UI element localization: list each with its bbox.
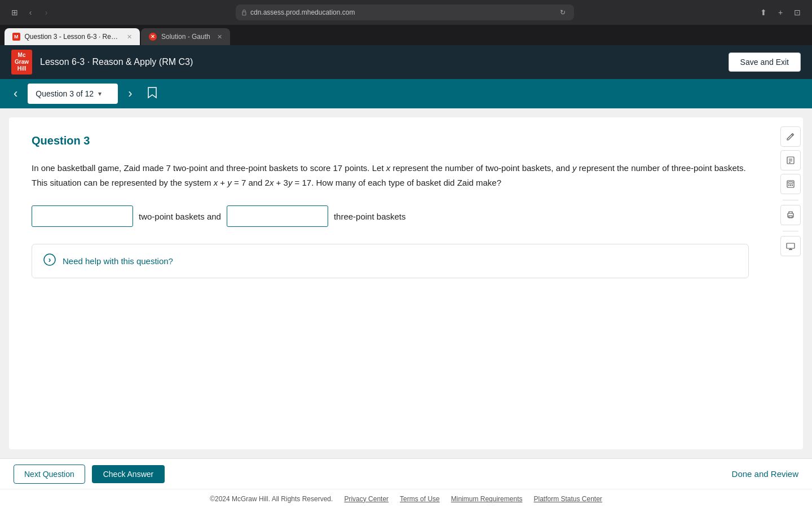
check-answer-button[interactable]: Check Answer — [92, 465, 165, 483]
footer: ©2024 McGraw Hill. All Rights Reserved. … — [0, 489, 812, 508]
active-tab[interactable]: M Question 3 - Lesson 6-3 · Reason & App… — [5, 28, 140, 45]
three-point-input[interactable] — [227, 205, 328, 227]
sidebar-divider — [783, 200, 798, 200]
print-icon — [786, 211, 795, 220]
tabs-btn[interactable]: ⊡ — [792, 7, 803, 18]
browser-forward-btn[interactable]: › — [41, 7, 52, 18]
media-icon — [786, 242, 795, 251]
print-tool-btn[interactable] — [780, 205, 801, 225]
two-point-input[interactable] — [32, 205, 133, 227]
notepad-tool-btn[interactable] — [780, 150, 801, 170]
calculator-icon — [786, 179, 795, 189]
content-area: Question 3 In one basketball game, Zaid … — [32, 134, 780, 278]
mcgraw-hill-logo: Mc Graw Hill — [11, 50, 32, 75]
lock-icon — [241, 9, 247, 16]
help-circle-icon: › — [43, 253, 56, 269]
url-text: cdn.assess.prod.mheducation.com — [250, 8, 355, 16]
nav-bar: ‹ Question 3 of 12 ▾ › — [0, 79, 812, 108]
new-tab-btn[interactable]: + — [775, 7, 786, 18]
next-question-button[interactable]: Next Question — [14, 465, 85, 484]
calculator-tool-btn[interactable] — [780, 174, 801, 194]
minimum-requirements-link[interactable]: Minimum Requirements — [451, 495, 523, 503]
answer-row: two-point baskets and three-point basket… — [32, 205, 749, 227]
right-sidebar — [778, 117, 803, 257]
bookmark-btn[interactable] — [143, 84, 162, 104]
question-selector-label: Question 3 of 12 — [36, 89, 94, 98]
app-header: Mc Graw Hill Lesson 6-3 · Reason & Apply… — [0, 45, 812, 79]
browser-actions: ⬆ + ⊡ — [758, 7, 803, 18]
tab2-label: Solution - Gauth — [161, 33, 210, 41]
share-btn[interactable]: ⬆ — [758, 7, 769, 18]
svg-rect-10 — [790, 185, 791, 186]
svg-rect-11 — [792, 185, 793, 186]
svg-rect-0 — [242, 12, 246, 15]
svg-rect-9 — [788, 185, 789, 186]
svg-text:›: › — [48, 255, 51, 264]
browser-tabs: M Question 3 - Lesson 6-3 · Reason & App… — [0, 25, 812, 45]
notepad-icon — [786, 156, 795, 165]
question-selector[interactable]: Question 3 of 12 ▾ — [28, 84, 118, 104]
tab1-favicon: M — [12, 33, 20, 41]
selector-chevron-icon: ▾ — [98, 90, 102, 98]
svg-rect-14 — [787, 243, 795, 248]
platform-status-link[interactable]: Platform Status Center — [533, 495, 602, 503]
pencil-icon — [786, 132, 795, 141]
bottom-bar: Next Question Check Answer Done and Revi… — [0, 458, 812, 489]
privacy-center-link[interactable]: Privacy Center — [344, 495, 389, 503]
address-bar[interactable]: cdn.assess.prod.mheducation.com ↻ — [236, 5, 574, 20]
help-text: Need help with this question? — [63, 256, 173, 266]
save-exit-button[interactable]: Save and Exit — [729, 52, 801, 72]
tab1-close[interactable]: ✕ — [127, 33, 132, 41]
question-body: In one basketball game, Zaid made 7 two-… — [32, 161, 749, 190]
sidebar-toggle-btn[interactable]: ⊞ — [9, 7, 20, 18]
question-title: Question 3 — [32, 134, 749, 147]
inactive-tab[interactable]: ✕ Solution - Gauth ✕ — [141, 28, 230, 45]
prev-question-btn[interactable]: ‹ — [9, 84, 22, 103]
next-nav-btn[interactable]: › — [123, 84, 136, 103]
answer-end-label: three-point baskets — [334, 212, 406, 221]
copyright-text: ©2024 McGraw Hill. All Rights Reserved. — [210, 495, 333, 503]
sidebar-divider2 — [783, 231, 798, 231]
main-content: Question 3 In one basketball game, Zaid … — [9, 117, 803, 449]
tab2-close[interactable]: ✕ — [217, 33, 222, 41]
bookmark-icon — [147, 86, 157, 99]
app-title: Lesson 6-3 · Reason & Apply (RM C3) — [40, 57, 729, 67]
help-section[interactable]: › Need help with this question? — [32, 244, 749, 278]
tab2-favicon: ✕ — [149, 33, 157, 41]
browser-chrome: ⊞ ‹ › cdn.assess.prod.mheducation.com ↻ … — [0, 0, 812, 25]
answer-middle-label: two-point baskets and — [139, 212, 221, 221]
svg-rect-8 — [788, 182, 793, 183]
pencil-tool-btn[interactable] — [780, 126, 801, 147]
reload-btn[interactable]: ↻ — [557, 7, 568, 18]
main-wrapper: Question 3 In one basketball game, Zaid … — [0, 108, 812, 458]
browser-controls: ⊞ ‹ › — [9, 7, 52, 18]
done-review-button[interactable]: Done and Review — [732, 469, 798, 479]
browser-back-btn[interactable]: ‹ — [25, 7, 36, 18]
terms-of-use-link[interactable]: Terms of Use — [400, 495, 440, 503]
media-tool-btn[interactable] — [780, 236, 801, 256]
tab1-label: Question 3 - Lesson 6-3 · Reason & Apply… — [25, 33, 121, 41]
